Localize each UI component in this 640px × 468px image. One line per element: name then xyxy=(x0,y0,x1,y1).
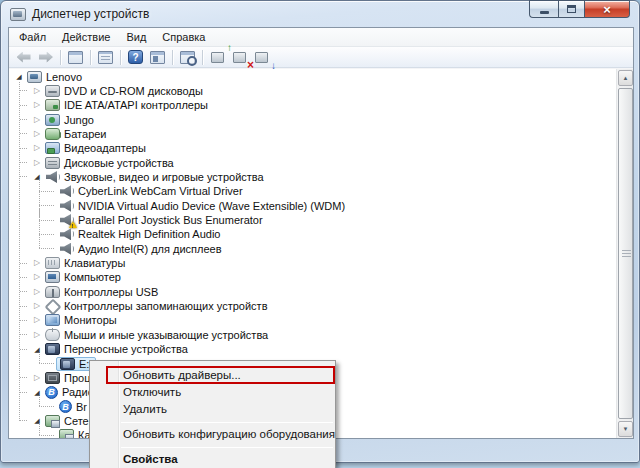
expand-arrow-icon[interactable]: ▷ xyxy=(31,273,43,281)
tree-item[interactable]: ▷DVD и CD-ROM дисководы xyxy=(9,83,616,98)
toolbar: ?↑×↓ xyxy=(9,47,633,68)
processor-icon xyxy=(45,372,60,384)
tree-item-label: Аудио Intel(R) для дисплеев xyxy=(78,243,222,255)
expand-arrow-icon[interactable]: ▷ xyxy=(31,116,43,124)
tree-item[interactable]: ▷Контроллеры USB xyxy=(9,284,616,299)
tree-item[interactable]: CyberLink WebCam Virtual Driver xyxy=(9,184,616,199)
maximize-icon xyxy=(567,5,576,13)
tree-item-label: IDE ATA/ATAPI контроллеры xyxy=(64,99,208,111)
tree-item[interactable]: Parallel Port Joystick Bus Enumerator xyxy=(9,213,616,228)
speaker-icon xyxy=(59,185,74,197)
collapse-arrow-icon[interactable]: ◢ xyxy=(31,389,43,396)
tree-item[interactable]: ▷IDE ATA/ATAPI контроллеры xyxy=(9,98,616,113)
expand-arrow-icon[interactable]: ▷ xyxy=(31,159,43,167)
collapse-arrow-icon[interactable]: ◢ xyxy=(31,173,43,180)
storage-controller-icon xyxy=(45,300,60,312)
tree-item[interactable]: ▷Мыши и иные указывающие устройства xyxy=(9,327,616,342)
battery-icon xyxy=(45,128,60,140)
tree-item[interactable]: ▷Видеоадаптеры xyxy=(9,141,616,156)
tree-item[interactable]: ▷Мониторы xyxy=(9,313,616,328)
disk-drive-icon xyxy=(45,157,60,169)
tree-item-label: Lenovo xyxy=(46,71,82,83)
tree-item-label: Realtek High Definition Audio xyxy=(78,228,220,240)
help-icon[interactable]: ? xyxy=(125,48,146,66)
expand-arrow-icon[interactable]: ▷ xyxy=(31,331,43,339)
speaker-icon xyxy=(59,243,74,255)
collapse-arrow-icon[interactable]: ◢ xyxy=(31,417,43,424)
expand-arrow-icon[interactable]: ▷ xyxy=(31,316,43,324)
bluetooth-icon: B xyxy=(59,400,72,413)
menu-action[interactable]: Действие xyxy=(54,29,118,45)
expand-arrow-icon[interactable]: ▷ xyxy=(31,259,43,267)
keyboard-icon xyxy=(45,257,60,269)
update-driver-software-icon[interactable]: ↑ xyxy=(207,48,228,66)
expand-arrow-icon[interactable]: ▷ xyxy=(31,87,43,95)
menu-help[interactable]: Справка xyxy=(154,29,213,45)
tree-item-label: Контроллеры USB xyxy=(64,286,158,298)
menu-separator xyxy=(121,447,333,448)
tree-item[interactable]: NVIDIA Virtual Audio Device (Wave Extens… xyxy=(9,198,616,213)
tree-item[interactable]: ◢Переносные устройства xyxy=(9,342,616,357)
jungo-device-icon xyxy=(45,114,60,126)
tree-item[interactable]: Realtek High Definition Audio xyxy=(9,227,616,242)
tree-item-label: CyberLink WebCam Virtual Driver xyxy=(78,185,243,197)
expand-arrow-icon[interactable]: ▷ xyxy=(31,302,43,310)
uninstall-icon[interactable]: × xyxy=(229,48,250,66)
close-icon xyxy=(603,3,611,16)
expand-arrow-icon[interactable]: ▷ xyxy=(31,288,43,296)
tree-item[interactable]: ▷Клавиатуры xyxy=(9,256,616,271)
window-controls xyxy=(529,0,630,18)
network-adapter-icon xyxy=(45,415,60,427)
scrollbar-grip-icon xyxy=(622,250,631,258)
tree-item[interactable]: Аудио Intel(R) для дисплеев xyxy=(9,241,616,256)
tree-item-label: Jungo xyxy=(64,114,94,126)
scan-computer-icon[interactable] xyxy=(177,48,198,66)
collapse-arrow-icon[interactable]: ◢ xyxy=(31,346,43,353)
menu-item-scan-hardware-changes[interactable]: Обновить конфигурацию оборудования xyxy=(90,426,335,443)
show-console-tree-icon[interactable] xyxy=(147,48,168,66)
tree-item-label: Контроллеры запоминающих устройств xyxy=(64,300,267,312)
forward-icon[interactable] xyxy=(35,48,56,66)
network-adapter-icon xyxy=(59,429,74,438)
menu-file[interactable]: Файл xyxy=(11,29,54,45)
close-button[interactable] xyxy=(585,0,630,18)
vertical-scrollbar[interactable]: ▲ ▼ xyxy=(616,69,633,438)
minimize-button[interactable] xyxy=(529,0,558,18)
tree-item[interactable]: ▷Контроллеры запоминающих устройств xyxy=(9,299,616,314)
tree-item-label: Проц xyxy=(64,372,90,384)
scrollbar-thumb[interactable] xyxy=(618,88,633,419)
tree-item[interactable]: ▷Дисковые устройства xyxy=(9,155,616,170)
scroll-up-button[interactable]: ▲ xyxy=(618,70,633,86)
tree-item-label: NVIDIA Virtual Audio Device (Wave Extens… xyxy=(78,200,345,212)
menu-item-properties[interactable]: Свойства xyxy=(90,451,335,468)
export-list-icon[interactable] xyxy=(95,48,116,66)
scan-hardware-changes-icon[interactable]: ↓ xyxy=(251,48,272,66)
tree-item-label: Батареи xyxy=(64,128,107,140)
tree-item[interactable]: ▷Компьютер xyxy=(9,270,616,285)
scroll-down-button[interactable]: ▼ xyxy=(618,421,633,437)
menu-separator xyxy=(121,422,333,423)
menu-item-uninstall[interactable]: Удалить xyxy=(90,401,335,418)
speaker-icon xyxy=(59,200,74,212)
menu-item-disable[interactable]: Отключить xyxy=(90,384,335,401)
computer-icon xyxy=(27,71,42,83)
expand-arrow-icon[interactable]: ▷ xyxy=(31,101,43,109)
annotation-red-box xyxy=(106,366,335,384)
expand-arrow-icon[interactable]: ▷ xyxy=(31,374,43,382)
portable-device-icon xyxy=(45,343,60,355)
expand-arrow-icon[interactable]: ▷ xyxy=(31,130,43,138)
menu-view[interactable]: Вид xyxy=(118,29,154,45)
tree-item[interactable]: ◢Lenovo xyxy=(9,69,616,84)
tree-item[interactable]: ▷Батареи xyxy=(9,126,616,141)
back-icon[interactable] xyxy=(13,48,34,66)
tree-item[interactable]: ◢Звуковые, видео и игровые устройства xyxy=(9,169,616,184)
context-menu: Обновить драйверы... Отключить Удалить О… xyxy=(89,360,336,468)
dvd-drive-icon xyxy=(45,85,60,97)
console-window-icon[interactable] xyxy=(65,48,86,66)
expand-arrow-icon[interactable]: ▷ xyxy=(31,144,43,152)
tree-item[interactable]: ▷Jungo xyxy=(9,112,616,127)
collapse-arrow-icon[interactable]: ◢ xyxy=(13,73,25,80)
tree-item-label: Parallel Port Joystick Bus Enumerator xyxy=(78,214,263,226)
tree-item-label: Клавиатуры xyxy=(64,257,125,269)
maximize-button[interactable] xyxy=(558,0,585,18)
